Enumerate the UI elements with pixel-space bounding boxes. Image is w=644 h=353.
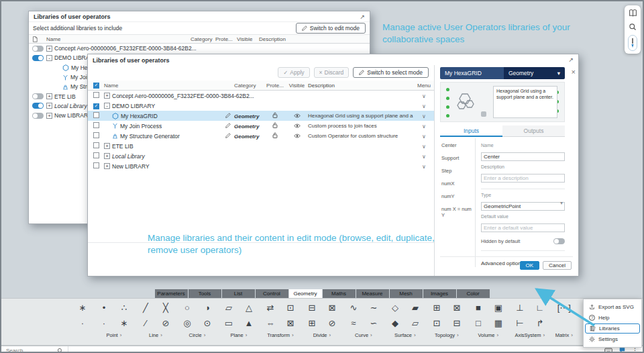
parameter-item[interactable]: Step xyxy=(441,168,474,174)
tool-icon[interactable]: ⊟ xyxy=(451,318,463,328)
tab-mesh[interactable]: Mesh xyxy=(390,289,423,298)
tool-icon[interactable]: ∴ xyxy=(118,303,130,313)
row-menu-chevron-icon[interactable]: ∨ xyxy=(422,103,426,109)
tool-icon[interactable]: ◎ xyxy=(181,318,193,328)
tool-icon[interactable]: · xyxy=(98,318,110,328)
search-icon[interactable] xyxy=(629,21,637,34)
tool-icon[interactable]: △ xyxy=(243,303,255,313)
column-visible[interactable]: Visible xyxy=(237,36,259,42)
column-category[interactable]: Category xyxy=(191,36,215,42)
row-checkbox[interactable] xyxy=(93,122,99,128)
table-row[interactable]: +ETE LIB ∨ xyxy=(88,141,434,151)
tool-icon[interactable]: ∗ xyxy=(118,318,130,328)
tool-icon[interactable]: ↱ xyxy=(534,318,546,328)
apply-button[interactable]: ✓ Apply xyxy=(278,67,309,78)
tool-category-curve[interactable]: Curve xyxy=(355,332,372,338)
tool-category-point[interactable]: Point xyxy=(107,332,122,338)
column-visible[interactable]: Visible xyxy=(286,83,308,89)
tab-color[interactable]: Color xyxy=(457,289,490,298)
expander-icon[interactable]: - xyxy=(104,103,110,109)
expander-icon[interactable]: + xyxy=(104,93,110,99)
table-row[interactable]: My Join Process Geometry Custom process … xyxy=(88,121,434,131)
table-row[interactable]: +Concept Aero-00000006_F3232FEE-0000-3B8… xyxy=(29,44,370,53)
ok-button[interactable]: OK xyxy=(520,261,540,270)
tool-category-volume[interactable]: Volume xyxy=(478,332,498,338)
column-protected[interactable]: Prote... xyxy=(215,36,237,42)
tab-maths[interactable]: Maths xyxy=(323,289,356,298)
tool-icon[interactable]: ⊟ xyxy=(306,303,318,313)
library-active-toggle[interactable] xyxy=(32,55,44,61)
expander-icon[interactable]: + xyxy=(46,46,52,52)
tool-icon[interactable]: ∼ xyxy=(368,303,380,313)
compass-book-icon[interactable] xyxy=(629,8,637,20)
tool-icon[interactable]: ⇄ xyxy=(264,303,276,313)
parameter-item[interactable]: numX xyxy=(441,181,474,187)
search-icon[interactable] xyxy=(57,344,63,353)
table-row[interactable]: ✓ -DEMO LIBRARY ∨ xyxy=(88,101,434,111)
column-description[interactable]: Description xyxy=(259,36,370,42)
tab-images[interactable]: Images xyxy=(423,289,456,298)
switch-to-edit-mode-button[interactable]: Switch to edit mode xyxy=(296,23,366,34)
lock-icon[interactable] xyxy=(272,123,278,130)
tool-icon[interactable]: ▰ xyxy=(409,303,421,313)
tool-category-divide[interactable]: Divide xyxy=(313,332,331,338)
library-active-toggle[interactable] xyxy=(32,46,44,52)
discard-button[interactable]: × Discard xyxy=(314,67,350,78)
row-menu-chevron-icon[interactable]: ∨ xyxy=(422,113,426,119)
column-protected[interactable]: Prote... xyxy=(264,83,286,89)
tool-icon[interactable]: ∙ xyxy=(76,318,89,328)
row-checkbox[interactable] xyxy=(93,112,99,118)
tool-category-transform[interactable]: Transform xyxy=(267,332,294,338)
tool-icon[interactable]: ⊞ xyxy=(431,303,443,313)
column-category[interactable]: Category xyxy=(234,83,264,89)
tool-icon[interactable]: ▣ xyxy=(492,303,504,313)
stylus-pen-icon[interactable] xyxy=(628,35,637,51)
rename-pencil-icon[interactable] xyxy=(225,133,231,140)
library-active-toggle[interactable] xyxy=(32,93,44,99)
tool-icon[interactable]: ▲ xyxy=(243,318,255,328)
parameter-item[interactable]: numY xyxy=(441,193,474,199)
library-active-toggle[interactable] xyxy=(32,103,44,109)
tool-icon[interactable]: ◑ xyxy=(201,303,213,313)
expander-icon[interactable]: + xyxy=(46,103,52,109)
tool-category-surface[interactable]: Surface xyxy=(394,332,416,338)
tool-icon[interactable]: [⋯] xyxy=(557,303,571,313)
tool-icon[interactable]: ⊡ xyxy=(284,303,297,313)
tool-icon[interactable]: ⊞ xyxy=(306,318,318,328)
tab-tools[interactable]: Tools xyxy=(189,289,221,298)
type-value[interactable] xyxy=(481,202,565,211)
tool-icon[interactable]: ○ xyxy=(181,303,193,313)
tool-icon[interactable]: ⊡ xyxy=(431,318,443,328)
operator-category-dropdown[interactable]: Geometry ▾ xyxy=(504,67,565,79)
row-checkbox[interactable] xyxy=(93,162,99,168)
row-checkbox[interactable] xyxy=(93,132,99,138)
parameter-item[interactable]: Center xyxy=(441,142,474,148)
tool-icon[interactable]: ≈ xyxy=(347,318,360,328)
parameter-item[interactable]: Support xyxy=(441,155,474,161)
type-select[interactable]: ▾ xyxy=(481,199,565,211)
tool-icon[interactable]: ▱ xyxy=(223,303,235,313)
row-checkbox[interactable] xyxy=(93,152,99,158)
tool-icon[interactable]: ▭ xyxy=(223,318,235,328)
row-menu-chevron-icon[interactable]: ∨ xyxy=(422,164,426,170)
tab-measure[interactable]: Measure xyxy=(356,289,389,298)
table-row-selected[interactable]: My HexaGRID Geometry Hexagonal Grid usin… xyxy=(88,111,434,121)
menu-item-settings[interactable]: Settings xyxy=(585,334,640,344)
name-field[interactable] xyxy=(481,152,565,161)
tool-icon[interactable]: ∕ xyxy=(140,318,152,328)
tool-icon[interactable]: ⊠ xyxy=(451,303,463,313)
table-row[interactable]: +Local Library ∨ xyxy=(88,151,434,161)
tool-icon[interactable]: ∗ xyxy=(76,303,89,313)
rename-pencil-icon[interactable] xyxy=(225,123,231,130)
overflow-menu-icon[interactable]: ⋮ xyxy=(632,347,638,353)
rename-pencil-icon[interactable] xyxy=(225,113,231,119)
switch-to-select-mode-button[interactable]: Switch to select mode xyxy=(353,67,429,78)
lock-icon[interactable] xyxy=(272,133,278,140)
default-value-field[interactable] xyxy=(481,223,565,232)
lock-icon[interactable] xyxy=(272,113,278,119)
column-name[interactable]: Name xyxy=(104,83,234,89)
row-menu-chevron-icon[interactable]: ∨ xyxy=(422,154,426,160)
tool-icon[interactable]: ⊠ xyxy=(326,303,338,313)
row-menu-chevron-icon[interactable]: ∨ xyxy=(422,134,426,140)
tool-icon[interactable]: ╳ xyxy=(160,303,172,313)
